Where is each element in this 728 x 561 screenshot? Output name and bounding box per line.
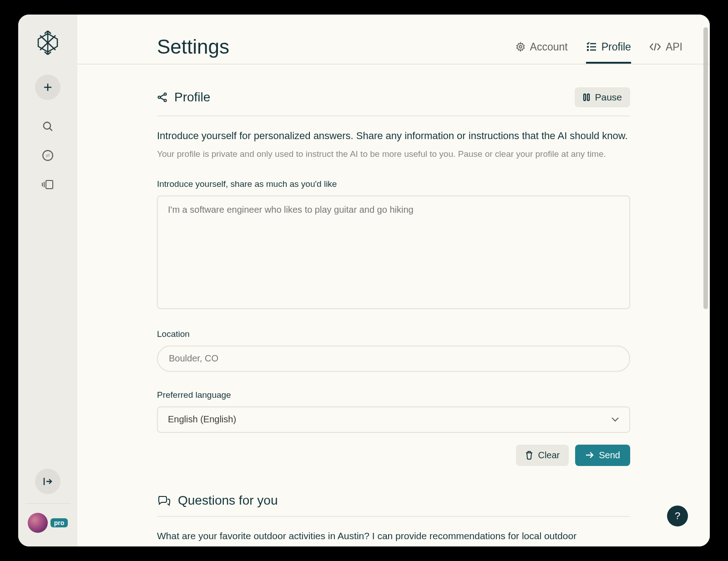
divider (25, 503, 71, 504)
arrow-right-icon (585, 451, 594, 459)
user-menu[interactable]: pro (28, 513, 68, 533)
new-thread-button[interactable] (35, 75, 61, 100)
send-label: Send (599, 450, 620, 461)
clear-button[interactable]: Clear (516, 445, 569, 466)
code-icon (649, 42, 661, 51)
help-button[interactable]: ? (667, 506, 688, 526)
questions-title: Questions for you (178, 493, 278, 508)
svg-rect-11 (587, 94, 589, 100)
location-label: Location (157, 329, 630, 339)
header: Settings Account Profile API (77, 15, 710, 65)
send-button[interactable]: Send (575, 445, 630, 466)
avatar (28, 513, 48, 533)
svg-marker-2 (46, 154, 50, 157)
list-check-icon (586, 42, 597, 52)
sidebar: pro (18, 15, 77, 546)
tab-api-label: API (666, 41, 682, 53)
svg-point-4 (519, 45, 522, 48)
tab-account-label: Account (530, 41, 568, 53)
pro-badge: pro (51, 518, 68, 527)
main-content: Settings Account Profile API (77, 15, 710, 546)
language-value: English (English) (168, 414, 236, 425)
discover-icon[interactable] (35, 143, 61, 168)
app-logo (35, 29, 60, 56)
svg-rect-3 (46, 180, 53, 189)
clear-label: Clear (538, 450, 560, 461)
tab-account[interactable]: Account (516, 30, 568, 64)
pause-button[interactable]: Pause (575, 87, 630, 107)
scrollbar-thumb[interactable] (703, 27, 708, 309)
tab-api[interactable]: API (649, 30, 682, 64)
svg-point-5 (587, 46, 588, 47)
svg-rect-10 (584, 94, 586, 100)
profile-section-title: Profile (174, 90, 210, 105)
pause-icon (583, 93, 590, 101)
page-title: Settings (157, 35, 229, 58)
gear-icon (516, 42, 526, 52)
trash-icon (525, 451, 533, 460)
tabs: Account Profile API (516, 30, 682, 64)
chat-icon (157, 495, 171, 506)
share-icon (157, 92, 168, 103)
question-text: What are your favorite outdoor activitie… (157, 529, 630, 543)
profile-section-header: Profile Pause (157, 87, 630, 116)
location-input[interactable] (157, 346, 630, 372)
language-label: Preferred language (157, 390, 630, 400)
language-select[interactable]: English (English) (157, 406, 630, 433)
tab-profile[interactable]: Profile (586, 30, 631, 64)
library-icon[interactable] (35, 172, 61, 197)
chevron-down-icon (611, 417, 619, 422)
search-icon[interactable] (35, 114, 61, 139)
tab-profile-label: Profile (602, 41, 631, 53)
svg-point-0 (44, 122, 51, 129)
profile-subintro: Your profile is private and only used to… (157, 147, 630, 160)
bio-textarea[interactable] (157, 195, 630, 309)
pause-label: Pause (595, 92, 622, 103)
bio-label: Introduce yourself, share as much as you… (157, 179, 630, 189)
questions-section-header: Questions for you (157, 493, 630, 517)
svg-point-6 (587, 50, 588, 50)
profile-intro: Introduce yourself for personalized answ… (157, 128, 630, 144)
expand-sidebar-button[interactable] (35, 469, 61, 494)
